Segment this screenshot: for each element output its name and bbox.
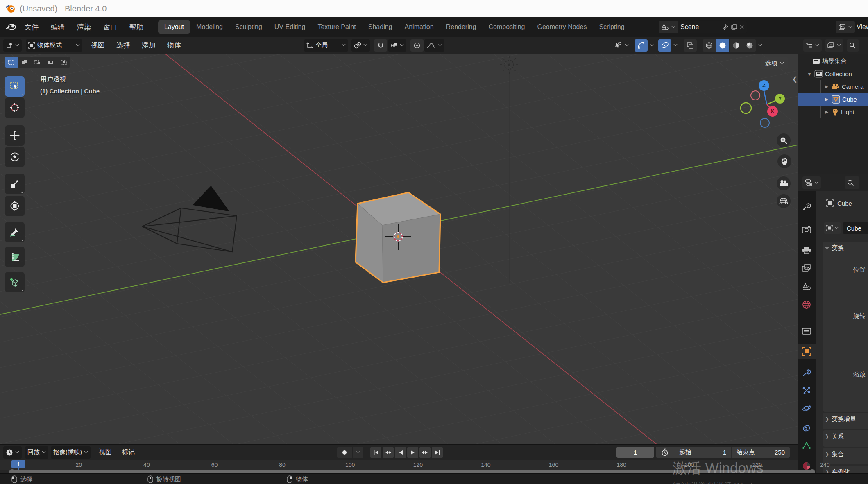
timeline-view-menu[interactable]: 视图 [94,447,117,458]
jump-to-start-button[interactable] [370,447,381,458]
tab-scene[interactable] [798,279,816,294]
outliner-row-scene-collection[interactable]: 场景集合 [798,55,868,68]
show-gizmo-toggle[interactable] [635,39,648,52]
tab-scripting[interactable]: Scripting [593,20,630,34]
outliner-search-button[interactable] [847,39,859,52]
xray-toggle[interactable] [684,39,697,52]
breadcrumb-object[interactable]: Cube [837,200,852,207]
outliner-row-light[interactable]: ▶ Light [798,106,868,118]
scene-browse-button[interactable] [659,21,678,33]
menu-render[interactable]: 渲染 [71,21,97,34]
prev-keyframe-button[interactable] [383,447,394,458]
tab-physics[interactable] [798,400,816,416]
disclosure-triangle-icon[interactable]: ▶ [824,109,829,115]
viewport-menu-add[interactable]: 添加 [136,39,161,52]
close-icon[interactable] [739,25,744,29]
orientation-selector[interactable]: 全局 [304,39,348,52]
pan-button[interactable] [777,154,791,168]
auto-key-dropdown[interactable] [353,447,363,458]
tab-render[interactable] [798,222,816,237]
viewport-menu-select[interactable]: 选择 [111,39,136,52]
mode-selector[interactable]: 物体模式 [26,39,82,52]
tab-texture-paint[interactable]: Texture Paint [311,20,362,34]
outliner-row-cube[interactable]: ▶ Cube [798,93,868,106]
tab-particles[interactable] [798,383,816,398]
menu-edit[interactable]: 编辑 [45,21,70,34]
tab-modifiers[interactable] [798,365,816,380]
timeline-editor-button[interactable] [3,446,22,459]
tab-shading[interactable]: Shading [362,20,399,34]
properties-search-button[interactable] [845,176,859,189]
snap-target-button[interactable] [388,39,406,52]
tab-layout[interactable]: Layout [158,20,190,34]
outliner-row-collection[interactable]: ▼ Collection [798,68,868,80]
overlays-dropdown[interactable] [672,39,679,52]
select-mode-invert[interactable] [44,57,57,68]
tab-constraints[interactable] [798,420,816,435]
tab-geometry-nodes[interactable]: Geometry Nodes [531,20,593,34]
measure-tool[interactable] [5,247,25,267]
viewport-3d[interactable]: 用户透视 (1) Collection | Cube [0,54,798,444]
menu-file[interactable]: 文件 [19,21,44,34]
tab-collection[interactable] [798,323,816,339]
gizmo-axis-neg-y[interactable] [741,103,751,113]
disclosure-triangle-icon[interactable]: ▶ [824,97,829,102]
shading-material-button[interactable] [730,39,743,52]
current-frame-field[interactable]: 1 [616,447,654,458]
select-mode-subtract[interactable] [31,57,44,68]
navigation-gizmo[interactable]: Z Y X [737,74,798,133]
outliner-row-camera[interactable]: ▶ Camera [798,80,868,93]
tab-object[interactable] [798,344,816,359]
use-preview-range-button[interactable] [656,447,674,458]
pivot-point-button[interactable] [351,39,370,52]
play-reverse-button[interactable] [395,447,406,458]
tab-world[interactable] [798,297,816,312]
properties-editor-button[interactable] [802,176,821,189]
falloff-button[interactable] [424,39,444,52]
auto-key-button[interactable] [337,447,352,458]
play-button[interactable] [407,447,418,458]
tab-uv-editing[interactable]: UV Editing [268,20,312,34]
tab-tool[interactable] [798,199,816,214]
gizmo-axis-neg-z[interactable] [760,118,769,127]
add-cube-tool[interactable] [5,272,25,292]
view-layer-browse-button[interactable] [836,21,855,33]
show-overlays-toggle[interactable] [658,39,671,52]
outliner-filter-button[interactable] [825,39,843,52]
select-mode-new[interactable] [5,57,18,68]
tab-modeling[interactable]: Modeling [190,20,229,34]
snap-toggle[interactable] [374,39,387,52]
keying-menu[interactable]: 抠像(插帧) [51,446,91,459]
current-frame-marker[interactable]: 1 [11,460,25,468]
relations-section[interactable]: ❯ 关系 [823,430,868,447]
new-scene-icon[interactable] [731,24,737,30]
object-visibility-button[interactable] [612,39,631,52]
cursor-tool[interactable] [5,97,25,118]
disclosure-triangle-icon[interactable]: ▶ [824,84,829,89]
timeline-marker-menu[interactable]: 标记 [117,447,140,458]
playback-menu[interactable]: 回放 [25,446,48,459]
object-name-field[interactable]: Cube [843,222,868,234]
proportional-editing-toggle[interactable] [410,39,424,52]
shading-solid-button[interactable] [716,39,729,52]
menu-help[interactable]: 帮助 [124,21,149,34]
ortho-toggle-button[interactable] [777,194,791,208]
pin-icon[interactable] [722,24,729,30]
options-button[interactable]: 选项 [761,57,788,69]
rotate-tool[interactable] [5,147,25,167]
tab-output[interactable] [798,242,816,258]
jump-to-end-button[interactable] [432,447,443,458]
zoom-button[interactable] [777,133,791,147]
transform-section-header[interactable]: 变换 [823,242,868,254]
select-box-tool[interactable] [5,76,25,97]
tab-object-data[interactable] [798,438,816,453]
select-mode-extend[interactable] [18,57,31,68]
blender-logo-icon[interactable] [5,22,17,32]
timeline-ruler[interactable]: 20406080100120140160180200220240 1 [0,460,798,470]
tab-sculpting[interactable]: Sculpting [229,20,268,34]
transform-tool[interactable] [5,196,25,216]
view-layer-name[interactable]: ViewLayer [857,23,868,31]
gizmo-axis-neg-x[interactable] [751,91,760,100]
delta-transform-section[interactable]: ❯ 变换增量 [823,413,868,429]
tab-animation[interactable]: Animation [399,20,440,34]
